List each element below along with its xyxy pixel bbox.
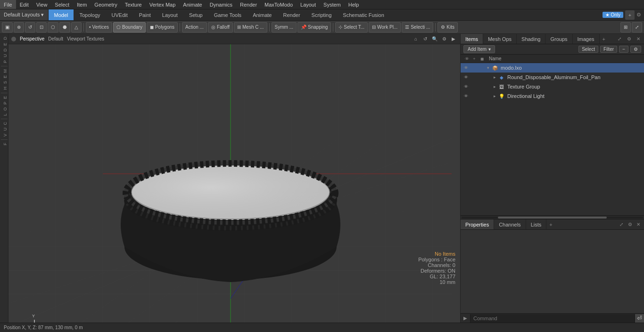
action-button[interactable]: Action ... (182, 22, 207, 32)
menu-geometry[interactable]: Geometry (91, 0, 121, 9)
panel-tab-meshops[interactable]: Mesh Ops (483, 34, 517, 44)
select-mode-button[interactable]: ▣ (2, 22, 13, 32)
command-exec-button[interactable]: ⏎ (635, 314, 644, 323)
symmetry-button[interactable]: Symm ... (272, 22, 297, 32)
layout-tab-uvedit[interactable]: UVEdit (106, 9, 133, 20)
layout-tab-gametools[interactable]: Game Tools (208, 9, 248, 20)
expand-pan[interactable]: ▸ (492, 74, 497, 80)
maximize-button[interactable]: ⤢ (632, 22, 642, 32)
sidebar-letter-l[interactable]: L (1, 113, 8, 117)
sidebar-letter-f[interactable]: F (1, 142, 8, 146)
sidebar-letter-o[interactable]: O (1, 106, 8, 112)
sidebar-letter-m[interactable]: M (1, 68, 8, 74)
viewport-zoom-button[interactable]: 🔍 (431, 35, 438, 43)
mesh-constraints-button[interactable]: ⊞ Mesh C ... (234, 22, 267, 32)
sidebar-letter-d2[interactable]: D (1, 48, 8, 53)
select-tool-button[interactable]: ⊹ Select T... (335, 22, 368, 32)
snapping-button[interactable]: 📌 Snapping (297, 22, 331, 32)
item-lock-tex[interactable] (470, 83, 477, 90)
item-lock-light[interactable] (470, 93, 477, 99)
add-item-button[interactable]: Add Item ▾ (463, 45, 495, 53)
work-plane-button[interactable]: ⊟ Work Pl... (369, 22, 401, 32)
item-visibility-modo[interactable]: 👁 (462, 65, 469, 71)
tree-item-round-pan[interactable]: 👁 ▸ ◆ Round_Disposable_Aluminum_Foil_Pan (461, 73, 644, 82)
scroll-thumb[interactable] (498, 217, 607, 219)
viewport[interactable]: Perspective Default Viewport Textures ⌂ … (8, 34, 460, 323)
viewport-default-label[interactable]: Default (48, 36, 63, 41)
menu-file[interactable]: File (0, 0, 16, 9)
items-select-button[interactable]: Select (578, 46, 598, 53)
layout-dropdown[interactable]: Default Layouts ▾ (0, 9, 49, 20)
menu-dynamics[interactable]: Dynamics (206, 0, 236, 9)
layout-tab-paint[interactable]: Paint (133, 9, 157, 20)
layout-tab-render[interactable]: Render (277, 9, 305, 20)
layout-settings-icon[interactable]: ⚙ (636, 12, 641, 18)
prop-tab-lists[interactable]: Lists (526, 219, 547, 229)
selection-sets-button[interactable]: ☰ Selecti ... (402, 22, 433, 32)
items-minus-button[interactable]: − (619, 46, 628, 53)
sidebar-letter-c[interactable]: C (1, 121, 8, 126)
layout-tab-setup[interactable]: Setup (183, 9, 208, 20)
sidebar-letter-s[interactable]: S (1, 80, 8, 85)
sidebar-letter-d[interactable]: D (1, 36, 8, 41)
layout-tab-topology[interactable]: Topology (74, 9, 106, 20)
menu-texture[interactable]: Texture (121, 0, 146, 9)
falloff-button[interactable]: ◎ Falloff (208, 22, 233, 32)
vertices-button[interactable]: • Vertices (86, 22, 112, 32)
sidebar-letter-v[interactable]: V (1, 133, 8, 138)
menu-view[interactable]: View (33, 0, 51, 9)
item-render-pan[interactable] (478, 74, 484, 81)
expand-light[interactable]: ▸ (492, 93, 497, 99)
sidebar-letter-p2[interactable]: P (1, 101, 8, 105)
viewport-rotate-button[interactable]: ↺ (421, 35, 429, 43)
layout-tab-schematic[interactable]: Schematic Fusion (337, 9, 389, 20)
menu-maxtomode[interactable]: MaxToModo (261, 0, 297, 9)
sidebar-letter-h[interactable]: H (1, 86, 8, 91)
command-input[interactable] (470, 314, 635, 323)
prop-close-button[interactable]: ✕ (635, 221, 642, 228)
viewport-perspective-label[interactable]: Perspective (20, 36, 44, 41)
prop-tab-channels[interactable]: Channels (494, 219, 526, 229)
boundary-button[interactable]: ⬠ Boundary (113, 22, 146, 32)
expand-tex[interactable]: ▸ (492, 84, 497, 89)
menu-item[interactable]: Item (73, 0, 91, 9)
item-visibility-light[interactable]: 👁 (462, 93, 469, 99)
item-render-modo[interactable] (478, 65, 484, 71)
viewport-textures-label[interactable]: Viewport Textures (67, 36, 104, 41)
viewport-home-button[interactable]: ⌂ (412, 35, 420, 43)
menu-layout[interactable]: Layout (297, 0, 320, 9)
panel-tab-groups[interactable]: Groups (545, 34, 572, 44)
layout-tab-scripting[interactable]: Scripting (306, 9, 338, 20)
item-render-tex[interactable] (478, 83, 484, 90)
item-lock-pan[interactable] (470, 74, 477, 81)
prop-tab-properties[interactable]: Properties (461, 219, 494, 229)
items-gear-button[interactable]: ⚙ (630, 46, 641, 53)
sidebar-letter-e2[interactable]: E (1, 74, 8, 79)
layout-tab-layout[interactable]: Layout (157, 9, 183, 20)
panel-settings-button[interactable]: ⚙ (625, 35, 633, 43)
items-scrollbar[interactable] (461, 215, 644, 219)
panel-close-button[interactable]: ✕ (635, 35, 642, 43)
menu-vertex-map[interactable]: Vertex Map (146, 0, 180, 9)
sidebar-letter-e3[interactable]: E (1, 95, 8, 100)
prop-expand-button[interactable]: ⤢ (618, 221, 625, 228)
menu-select[interactable]: Select (51, 0, 73, 9)
layout-tab-animate[interactable]: Animate (247, 9, 277, 20)
prop-settings-button[interactable]: ⚙ (626, 221, 634, 228)
polygon-mode-button[interactable]: △ (71, 22, 82, 32)
add-layout-button[interactable]: + (625, 10, 635, 20)
tree-item-modo-lxo[interactable]: 👁 ▾ 📦 modo.lxo (461, 63, 644, 73)
items-filter-button[interactable]: Filter (600, 46, 617, 53)
scale-button[interactable]: ⊡ (36, 22, 47, 32)
menu-animate[interactable]: Animate (179, 0, 206, 9)
sidebar-letter-e1[interactable]: E (1, 42, 8, 47)
add-prop-tab-button[interactable]: + (546, 219, 555, 229)
polygons-button[interactable]: ◼ Polygons (147, 22, 178, 32)
viewport-settings-button[interactable]: ⚙ (440, 35, 448, 43)
selection-shape-button[interactable]: ⬡ (48, 22, 58, 32)
viewport-play-button[interactable]: ▶ (450, 35, 457, 43)
menu-edit[interactable]: Edit (16, 0, 33, 9)
panel-tab-shading[interactable]: Shading (517, 34, 545, 44)
sidebar-letter-p[interactable]: P (1, 59, 8, 64)
sidebar-letter-u2[interactable]: U (1, 127, 8, 132)
